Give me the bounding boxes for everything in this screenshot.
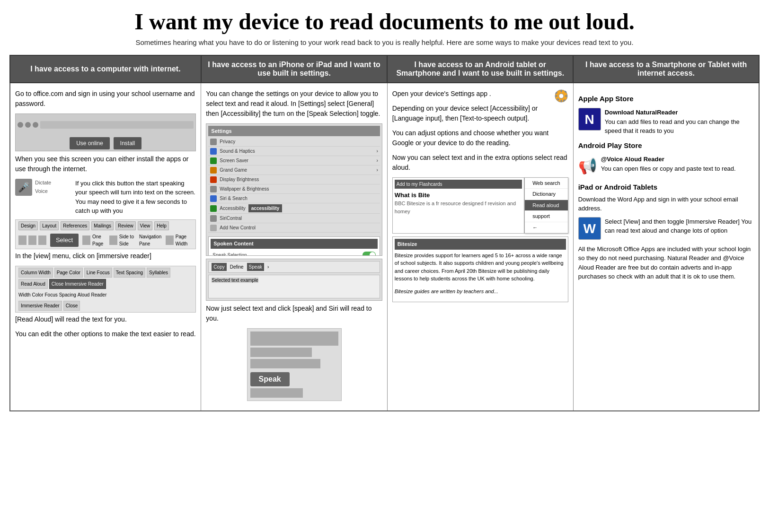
microsoft-notice: All the Microsoft Office Apps are includ… [578, 244, 754, 281]
svg-point-1 [559, 94, 564, 98]
col-android: Open your device's Settings app . [387, 83, 573, 411]
svg-rect-2 [560, 90, 562, 92]
col-iphone: You can change the settings on your devi… [201, 83, 388, 411]
use-online-button[interactable]: Use online [70, 137, 110, 149]
naturalreader-section: N Download NaturalReader You can add fil… [578, 108, 754, 136]
select-button[interactable]: Select [50, 234, 79, 247]
word-app-section: W Select [View] and then toggle [Immersi… [578, 217, 754, 240]
col-header-smartphone: I have access to a Smartphone or Tablet … [573, 55, 759, 83]
dictionary-item[interactable]: Dictionary [525, 189, 568, 200]
col-smartphone: Apple App Store N Download NaturalReader… [573, 83, 759, 411]
toolbar-item: Design [18, 221, 38, 230]
page-subtitle: Sometimes hearing what you have to do or… [9, 38, 760, 46]
dictate-section: 🎤 Dictate Voice If you click this button… [15, 179, 196, 216]
accessibility-box: Spoken Content Speak Selection Speak Scr… [208, 236, 380, 256]
settings-row: Speak Selection [211, 251, 378, 256]
support-item[interactable]: support [525, 211, 568, 222]
dictate-text: Dictate Voice [35, 179, 75, 195]
main-table: I have access to a computer with interne… [9, 55, 760, 411]
naturalreader-icon: N [578, 108, 601, 131]
toolbar-item: Mailings [91, 221, 114, 230]
tablet-desc-block: Select [View] and then toggle [Immersive… [605, 217, 754, 235]
settings-row: Sound & Haptics› [208, 147, 380, 156]
office-screenshot: Use online Install [15, 113, 196, 151]
settings-row: Add New Control [208, 223, 380, 233]
back-item[interactable]: ← [525, 222, 568, 234]
settings-row: Wallpaper & Brightness [208, 184, 380, 194]
android-p4: Now you can select text and in the extra… [392, 153, 568, 173]
naturalreader-desc-block: Download NaturalReader You can add files… [605, 108, 754, 136]
settings-screenshot: Settings Privacy Sound & Haptics› Screen… [206, 123, 382, 256]
naturalreader-app-name: Download NaturalReader [605, 108, 754, 117]
settings-row: Grand Game› [208, 166, 380, 175]
tablet-p2: Select [View] and then toggle [Immersive… [605, 217, 754, 235]
speak-button-container: Speak [206, 328, 382, 401]
iphone-speak-screenshot: Copy Define Speak › Selected text exampl… [206, 259, 382, 301]
android-text-area: Add to my Flashcards What is Bite BBC Bi… [392, 177, 524, 234]
toolbar-item: References [61, 221, 89, 230]
col-computer: Go to office.com and sign in using your … [10, 83, 201, 411]
computer-p2: When you see this screen you can either … [15, 154, 196, 174]
toolbar-item: View [138, 221, 153, 230]
col-header-android: I have access to an Android tablet or Sm… [387, 55, 573, 83]
page-title: I want my device to read documents to me… [9, 9, 760, 35]
svg-rect-3 [560, 100, 562, 102]
computer-p6: You can edit the other options to make t… [15, 329, 196, 339]
tablet-title: iPad or Android Tablets [578, 182, 754, 193]
iphone-p2: Now just select text and click [speak] a… [206, 304, 382, 323]
voicealoud-desc-block: @Voice Aloud Reader You can open files o… [601, 155, 754, 173]
speak-button[interactable]: Speak [250, 372, 290, 386]
settings-row: Privacy [208, 137, 380, 147]
naturalreader-desc: You can add files to read and you can ch… [605, 117, 754, 136]
android-p2: Depending on your device select [Accessi… [392, 104, 568, 123]
iphone-p1: You can change the settings on your devi… [206, 89, 382, 119]
col-header-computer: I have access to a computer with interne… [10, 55, 201, 83]
svg-rect-5 [565, 95, 567, 96]
gear-icon [554, 89, 568, 103]
bitesize-text: Bitesize provides support for learners a… [395, 252, 566, 283]
toolbar-item: Layout [40, 221, 59, 230]
settings-row: Accessibility accessibility [208, 203, 380, 214]
android-playstore-title: Android Play Store [578, 140, 754, 151]
word-toolbar: Design Layout References Mailings Review… [15, 219, 196, 249]
bitesize-header: Bitesize [395, 239, 566, 250]
android-header: Open your device's Settings app . [392, 89, 568, 104]
voicealoud-section: 📢 @Voice Aloud Reader You can open files… [578, 155, 754, 177]
android-context-menu: Web search Dictionary Read aloud support… [524, 177, 568, 234]
svg-rect-4 [555, 95, 557, 96]
word-app-icon: W [578, 217, 601, 240]
install-button[interactable]: Install [114, 137, 141, 149]
android-context-menu-area: Add to my Flashcards What is Bite BBC Bi… [392, 177, 568, 234]
accessibility-title: Spoken Content [211, 239, 378, 249]
dictate-description: If you click this button the start speak… [75, 179, 196, 216]
toolbar-item: Help [154, 221, 169, 230]
voicealoud-desc: You can open files or copy and paste tex… [601, 164, 754, 174]
read-aloud-item[interactable]: Read aloud [525, 200, 568, 211]
web-search-item[interactable]: Web search [525, 178, 568, 189]
voicealoud-app-name: @Voice Aloud Reader [601, 155, 754, 164]
immersive-reader-toolbar: Column Width Page Color Line Focus Text … [15, 266, 196, 313]
bitesize-mock: Bitesize Bitesize provides support for l… [392, 236, 568, 302]
computer-p1: Go to office.com and sign in using your … [15, 89, 196, 109]
settings-row: Display Brightness [208, 175, 380, 184]
computer-p4: In the [view] menu, click on [immersive … [15, 251, 196, 261]
apple-appstore-title: Apple App Store [578, 94, 754, 105]
settings-row: Siri & Search [208, 194, 380, 203]
toolbar-item: Review [115, 221, 136, 230]
bbc-text: BBC Bitesize is a fr resource designed f… [395, 200, 522, 215]
what-is-bite-label: What is Bite [395, 191, 522, 200]
bitesize-footer: Bitesize guides are written by teachers … [395, 288, 566, 296]
tablet-p1: Download the Word App and sign in with y… [578, 195, 754, 213]
android-p1: Open your device's Settings app . [392, 89, 550, 99]
dictate-icon: 🎤 [15, 179, 32, 196]
android-p3: You can adjust options and choose whethe… [392, 128, 568, 148]
loudspeaker-icon: 📢 [578, 155, 597, 177]
col-header-iphone: I have access to an iPhone or iPad and I… [201, 55, 388, 83]
settings-row: SiriContral [208, 214, 380, 223]
speak-selection-toggle[interactable] [362, 252, 376, 256]
selected-text: Selected text example [212, 278, 258, 283]
computer-p5: [Read Aloud] will read the text for you. [15, 314, 196, 324]
settings-row: Screen Saver› [208, 156, 380, 166]
